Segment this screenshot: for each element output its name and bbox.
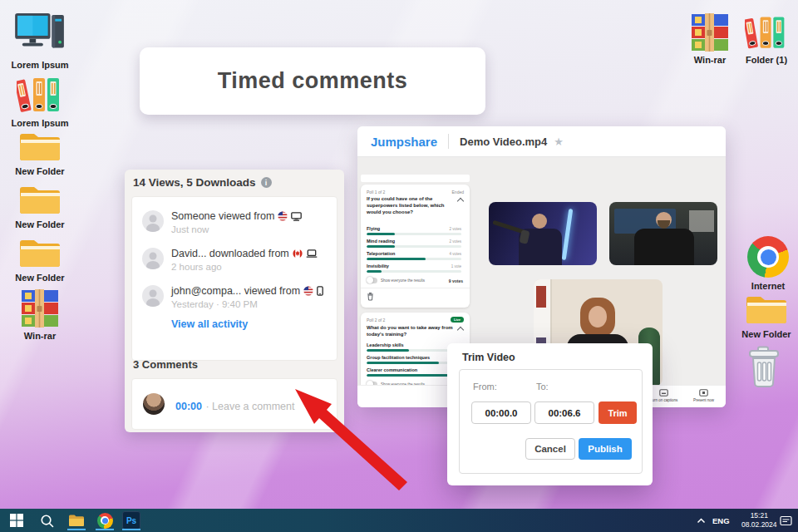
desktop: { "desktop": { "icons_left": [ {"label":… bbox=[0, 0, 798, 532]
trash-icon[interactable] bbox=[367, 292, 374, 301]
total-votes: 9 votes bbox=[449, 278, 463, 283]
poll1-status: Ended bbox=[452, 190, 464, 195]
comment-placeholder[interactable]: · Leave a comment bbox=[205, 401, 294, 412]
activity-row: David... downloaded from 2 ho bbox=[142, 248, 318, 272]
books bbox=[536, 286, 546, 308]
winrar-icon bbox=[691, 13, 729, 52]
desktop-icon-label: New Folder bbox=[15, 273, 64, 283]
desktop-icon-internet[interactable]: Internet bbox=[738, 236, 798, 291]
desktop-icon-folder-1[interactable]: New Folder bbox=[10, 130, 70, 176]
poll2-label: Poll 2 of 2 bbox=[367, 318, 385, 323]
language-indicator[interactable]: ENG bbox=[712, 509, 730, 532]
desktop-icon-folder1[interactable]: Folder (1) bbox=[736, 15, 796, 65]
activity-panel: 14 Views, 5 Downloads Someone viewed fro… bbox=[125, 170, 344, 432]
video-title: Demo Video.mp4 bbox=[460, 135, 547, 148]
desktop-icon-winrar[interactable]: Win-rar bbox=[10, 289, 70, 341]
results-toggle[interactable] bbox=[367, 278, 377, 283]
desktop-icon-computer[interactable]: Lorem Ipsum bbox=[10, 13, 70, 70]
folder-icon bbox=[17, 183, 62, 216]
video-thumbnail-1[interactable] bbox=[489, 202, 597, 265]
timed-comments-banner: Timed comments bbox=[140, 47, 485, 115]
option-name: Teleportation bbox=[367, 251, 395, 256]
comment-timestamp[interactable]: 00:00 bbox=[175, 401, 202, 412]
to-input[interactable]: 00:06.6 bbox=[534, 401, 594, 424]
desktop-icon-label: New Folder bbox=[15, 166, 64, 176]
desktop-icon-label: New Folder bbox=[15, 219, 64, 229]
video-thumbnail-2[interactable] bbox=[609, 202, 717, 265]
chevron-up-icon[interactable] bbox=[457, 327, 464, 333]
dialog-body: From: To: 00:00.0 00:06.6 Trim Cancel Pu… bbox=[459, 369, 643, 474]
file-explorer-button[interactable] bbox=[66, 510, 86, 530]
publish-button[interactable]: Publish bbox=[579, 438, 632, 460]
avatar-placeholder-icon bbox=[142, 210, 164, 232]
taskbar-time: 15:21 bbox=[741, 511, 777, 520]
desktop-icon-winrar-2[interactable]: Win-rar bbox=[680, 13, 740, 65]
phone-device-icon bbox=[317, 286, 323, 296]
us-flag-icon bbox=[278, 211, 288, 221]
poll-option: Teleportation4 votes bbox=[367, 251, 461, 260]
trim-button[interactable]: Trim bbox=[598, 401, 637, 424]
chevron-up-icon bbox=[697, 518, 706, 524]
option-name: Group facilitation techniques bbox=[367, 355, 430, 360]
recycle-bin[interactable] bbox=[746, 346, 781, 392]
vote-bar bbox=[367, 258, 461, 260]
captions-button[interactable]: Turn on captions bbox=[650, 389, 677, 402]
activity-time: Just now bbox=[171, 224, 302, 234]
desktop-icon-label: Win-rar bbox=[694, 55, 726, 65]
jumpshare-logo[interactable]: Jumpshare bbox=[371, 135, 437, 149]
info-icon[interactable] bbox=[261, 177, 272, 188]
option-votes: 2 votes bbox=[449, 239, 461, 244]
desktop-icon-folder-2[interactable]: New Folder bbox=[10, 183, 70, 229]
computer-icon bbox=[15, 13, 65, 57]
taskbar-date: 08.02.2024 bbox=[741, 520, 777, 530]
notification-icon bbox=[780, 515, 792, 526]
desktop-icon-folder-3[interactable]: New Folder bbox=[10, 236, 70, 283]
person-head bbox=[532, 214, 547, 229]
desktop-device-icon bbox=[291, 212, 302, 221]
poll-option: Flying2 votes bbox=[367, 226, 461, 235]
option-votes: 1 vote bbox=[451, 264, 461, 268]
header-divider bbox=[448, 134, 449, 149]
present-button[interactable]: Present now bbox=[693, 389, 714, 402]
clock[interactable]: 15:21 08.02.2024 bbox=[741, 509, 777, 532]
to-label: To: bbox=[536, 382, 549, 392]
present-icon bbox=[699, 389, 708, 397]
desktop-icon-label: Internet bbox=[751, 281, 785, 291]
avatar-placeholder-icon bbox=[142, 285, 164, 307]
comment-input-card[interactable]: 00:00 · Leave a comment bbox=[131, 378, 337, 430]
from-input[interactable]: 00:00.0 bbox=[471, 401, 531, 424]
running-indicator bbox=[96, 529, 114, 530]
activity-text: john@compa... viewed from bbox=[171, 285, 300, 297]
desktop-icon-label: Win-rar bbox=[24, 331, 56, 341]
search-button[interactable] bbox=[37, 510, 57, 530]
folder-icon bbox=[744, 293, 789, 326]
chrome-icon bbox=[747, 236, 789, 278]
lightsaber-prop bbox=[562, 209, 574, 260]
desktop-icon-label: Lorem Ipsum bbox=[11, 118, 68, 128]
taskbar: Ps ENG 15:21 08.02.2024 bbox=[0, 509, 798, 532]
desktop-icon-folder-right[interactable]: New Folder bbox=[736, 293, 796, 339]
view-all-activity-link[interactable]: View all activity bbox=[171, 318, 248, 330]
star-icon[interactable] bbox=[554, 135, 564, 148]
chrome-taskbar-button[interactable] bbox=[95, 510, 115, 530]
desktop-icon-binders[interactable]: Lorem Ipsum bbox=[10, 76, 70, 128]
option-name: Mind reading bbox=[367, 239, 395, 244]
chevron-up-icon[interactable] bbox=[457, 198, 464, 204]
partial-card bbox=[361, 175, 470, 182]
user-avatar bbox=[143, 393, 165, 415]
vote-bar bbox=[367, 270, 461, 273]
desktop-icon-label: Folder (1) bbox=[746, 55, 787, 65]
option-name: Invisibility bbox=[367, 264, 389, 268]
tray-chevron[interactable] bbox=[697, 509, 706, 532]
cancel-button[interactable]: Cancel bbox=[525, 438, 575, 460]
activity-card: Someone viewed from bbox=[131, 196, 337, 361]
divider bbox=[361, 288, 470, 288]
start-button[interactable] bbox=[7, 510, 27, 530]
photoshop-taskbar-button[interactable]: Ps bbox=[121, 510, 141, 530]
option-votes: 4 votes bbox=[449, 252, 461, 256]
notification-center-button[interactable] bbox=[780, 509, 792, 532]
option-name: Flying bbox=[367, 226, 380, 231]
chrome-icon bbox=[97, 513, 113, 529]
option-votes: 2 votes bbox=[449, 227, 461, 231]
us-flag-icon bbox=[303, 286, 313, 296]
